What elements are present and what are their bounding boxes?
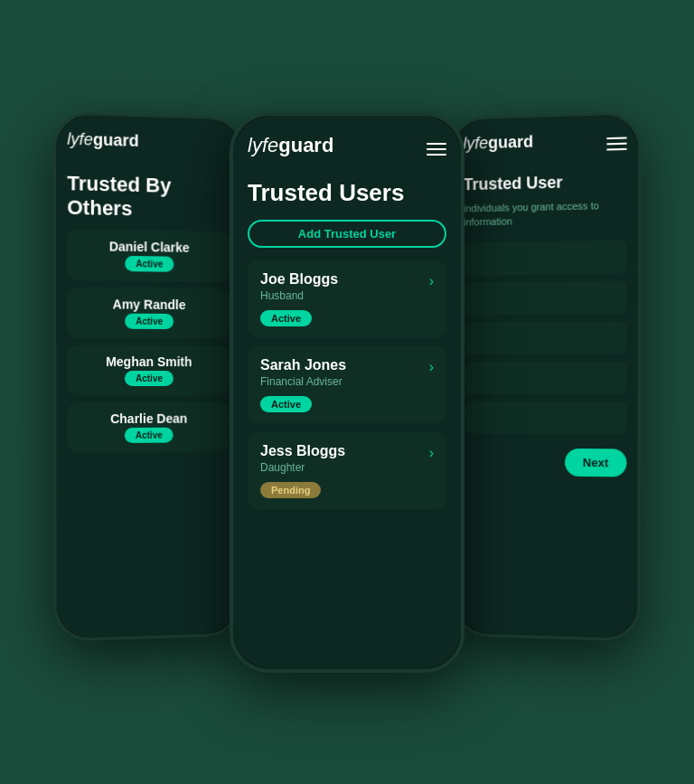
page-title: Trusted Users xyxy=(248,179,446,207)
logo-text-left: lyfeguard xyxy=(67,129,139,151)
logo-guard-r: guard xyxy=(488,132,533,152)
card-row: Sarah Jones Financial Adviser Active › xyxy=(260,357,434,412)
status-badge: Active xyxy=(125,428,174,443)
hamburger-line xyxy=(427,143,446,145)
logo-lyfe-r: lyfe xyxy=(463,134,488,153)
phone-center: lyfeguard Trusted Users Add Trusted User… xyxy=(230,112,464,673)
user-card-joe[interactable]: Joe Bloggs Husband Active › xyxy=(248,260,446,337)
logo-text-center: lyfeguard xyxy=(248,134,333,157)
logo-lyfe: lyfe xyxy=(67,129,93,148)
hamburger-line xyxy=(606,147,627,150)
logo-center: lyfeguard xyxy=(248,134,333,157)
logo-right: lyfeguard xyxy=(463,132,533,154)
user-name-sarah: Sarah Jones xyxy=(260,357,429,373)
list-item[interactable]: Daniel Clarke Active xyxy=(67,229,230,281)
user-role-sarah: Financial Adviser xyxy=(260,375,429,388)
input-field-2[interactable] xyxy=(464,280,626,315)
right-content: Trusted User individuals you grant acces… xyxy=(464,172,627,477)
hamburger-menu-center[interactable] xyxy=(427,143,446,156)
status-badge-joe: Active xyxy=(260,310,312,326)
status-badge: Active xyxy=(125,371,174,386)
phone-center-screen: lyfeguard Trusted Users Add Trusted User… xyxy=(233,116,461,669)
right-page-title: Trusted User xyxy=(464,172,627,195)
user-info: Jess Bloggs Daughter Pending xyxy=(260,443,429,498)
card-row: Jess Bloggs Daughter Pending › xyxy=(260,443,434,498)
hamburger-line xyxy=(606,142,627,145)
logo-guard: guard xyxy=(93,130,139,150)
input-field-5[interactable] xyxy=(464,401,626,435)
hamburger-line xyxy=(606,137,627,139)
right-description: individuals you grant access to informat… xyxy=(464,198,627,230)
list-item[interactable]: Meghan Smith Active xyxy=(67,345,230,396)
status-badge-sarah: Active xyxy=(260,396,312,412)
left-page-title: Trusted By Others xyxy=(67,172,230,223)
header-left: lyfeguard xyxy=(67,129,230,161)
user-name-jess: Jess Bloggs xyxy=(260,443,429,459)
logo-left: lyfeguard xyxy=(67,129,139,151)
chevron-icon-jess: › xyxy=(429,445,434,461)
logo-text-right: lyfeguard xyxy=(463,132,533,154)
user-name: Daniel Clarke xyxy=(109,239,190,255)
user-role-joe: Husband xyxy=(260,289,429,302)
user-info: Joe Bloggs Husband Active xyxy=(260,271,429,326)
chevron-icon-joe: › xyxy=(429,273,434,289)
phone-left-screen: lyfeguard Trusted By Others Daniel Clark… xyxy=(56,114,242,638)
list-item[interactable]: Charlie Dean Active xyxy=(67,402,229,453)
user-name-joe: Joe Bloggs xyxy=(260,271,429,288)
header-center: lyfeguard xyxy=(248,134,446,165)
user-role-jess: Daughter xyxy=(260,461,429,474)
hamburger-line xyxy=(427,154,446,156)
user-info: Sarah Jones Financial Adviser Active xyxy=(260,357,429,412)
input-field-4[interactable] xyxy=(464,362,626,394)
chevron-icon-sarah: › xyxy=(429,359,434,375)
input-field-1[interactable] xyxy=(464,240,627,275)
next-button[interactable]: Next xyxy=(565,449,627,477)
logo-lyfe-c: lyfe xyxy=(248,134,278,156)
list-item[interactable]: Amy Randle Active xyxy=(67,288,230,339)
user-card-sarah[interactable]: Sarah Jones Financial Adviser Active › xyxy=(248,346,446,423)
hamburger-line xyxy=(427,148,446,150)
logo-guard-c: guard xyxy=(278,134,333,156)
phone-right-screen: lyfeguard Trusted User individuals you g… xyxy=(452,114,638,638)
status-badge-jess: Pending xyxy=(260,482,321,498)
user-name: Meghan Smith xyxy=(106,354,192,369)
card-row: Joe Bloggs Husband Active › xyxy=(260,271,434,326)
phone-left: lyfeguard Trusted By Others Daniel Clark… xyxy=(53,111,245,641)
app-scene: lyfeguard Trusted By Others Daniel Clark… xyxy=(0,0,694,784)
user-card-jess[interactable]: Jess Bloggs Daughter Pending › xyxy=(248,432,446,509)
hamburger-menu-right[interactable] xyxy=(606,137,627,150)
status-badge: Active xyxy=(125,314,174,329)
user-name: Amy Randle xyxy=(113,297,186,312)
input-field-3[interactable] xyxy=(464,321,627,354)
add-trusted-user-button[interactable]: Add Trusted User xyxy=(248,220,446,248)
user-name: Charlie Dean xyxy=(110,411,187,426)
status-badge: Active xyxy=(125,256,174,272)
phone-right: lyfeguard Trusted User individuals you g… xyxy=(449,111,641,641)
header-right: lyfeguard xyxy=(463,129,626,161)
